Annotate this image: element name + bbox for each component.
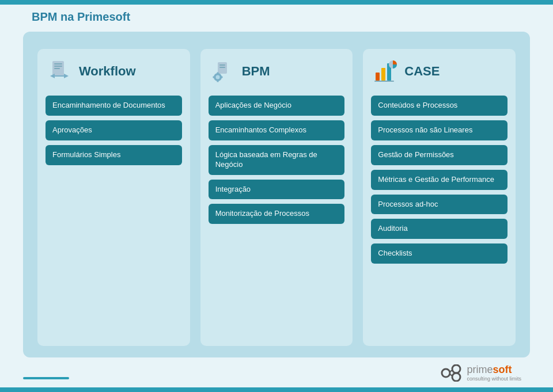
bpm-item-4: Monitorização de Processos xyxy=(209,204,345,224)
primesoft-logo-icon xyxy=(440,364,462,382)
svg-rect-12 xyxy=(217,73,218,74)
bpm-card-header: BPM xyxy=(209,58,345,85)
bpm-icon xyxy=(209,58,236,85)
main-container: Workflow Encaminhamento de Documentos Ap… xyxy=(23,32,530,357)
case-item-5: Auditoria xyxy=(371,219,507,239)
bpm-card: BPM Aplicações de Negócio Encaminhantos … xyxy=(200,49,353,346)
logo-soft: soft xyxy=(493,364,512,375)
case-item-6: Checklists xyxy=(371,243,507,264)
svg-marker-5 xyxy=(64,74,69,78)
workflow-card-header: Workflow xyxy=(46,58,182,85)
bpm-item-0: Aplicações de Negócio xyxy=(209,96,345,116)
case-card-header: CASE xyxy=(371,58,507,85)
logo-area: primesoft consulting without limits xyxy=(440,364,521,382)
cards-row: Workflow Encaminhamento de Documentos Ap… xyxy=(37,49,516,346)
logo-prime: prime xyxy=(467,364,493,375)
svg-rect-8 xyxy=(219,64,225,66)
case-card-title: CASE xyxy=(404,64,440,79)
svg-rect-13 xyxy=(217,81,218,82)
workflow-card-title: Workflow xyxy=(79,64,136,79)
case-item-3: Métricas e Gestão de Performance xyxy=(371,170,507,190)
workflow-item-1: Aprovações xyxy=(46,120,182,140)
case-card: CASE Conteúdos e Processos Processos não… xyxy=(363,49,516,346)
workflow-icon xyxy=(46,58,73,85)
case-item-4: Processos ad-hoc xyxy=(371,195,507,215)
workflow-card: Workflow Encaminhamento de Documentos Ap… xyxy=(37,49,190,346)
bpm-item-2: Lógica baseada em Regras de Negócio xyxy=(209,145,345,175)
workflow-card-items: Encaminhamento de Documentos Aprovações … xyxy=(46,96,182,165)
workflow-item-0: Encaminhamento de Documentos xyxy=(46,96,182,116)
bpm-card-title: BPM xyxy=(242,64,270,79)
svg-rect-6 xyxy=(55,75,64,77)
svg-rect-19 xyxy=(374,81,394,82)
case-card-items: Conteúdos e Processos Processos não são … xyxy=(371,96,507,264)
case-item-0: Conteúdos e Processos xyxy=(371,96,507,116)
svg-point-23 xyxy=(452,373,460,381)
svg-rect-14 xyxy=(213,77,214,78)
svg-rect-1 xyxy=(54,63,62,64)
logo-text-block: primesoft consulting without limits xyxy=(467,364,521,382)
line-deco-left xyxy=(23,377,69,379)
svg-point-21 xyxy=(442,369,450,377)
svg-rect-2 xyxy=(54,66,62,67)
logo-tagline: consulting without limits xyxy=(467,376,521,382)
bottom-bar xyxy=(0,387,553,392)
svg-rect-3 xyxy=(54,68,60,69)
case-icon xyxy=(371,58,399,85)
svg-rect-17 xyxy=(381,68,385,81)
svg-point-22 xyxy=(452,365,460,373)
svg-point-11 xyxy=(215,75,219,79)
bpm-card-items: Aplicações de Negócio Encaminhantos Comp… xyxy=(209,96,345,224)
svg-rect-15 xyxy=(221,77,222,78)
svg-rect-16 xyxy=(376,73,380,81)
svg-rect-9 xyxy=(219,67,225,68)
bpm-item-1: Encaminhantos Complexos xyxy=(209,120,345,140)
top-bar xyxy=(0,0,553,5)
case-item-2: Gestão de Permissões xyxy=(371,145,507,165)
page-title: BPM na Primesoft xyxy=(32,10,130,24)
workflow-item-2: Formulários Simples xyxy=(46,145,182,165)
bpm-item-3: Integração xyxy=(209,180,345,200)
case-item-1: Processos não são Lineares xyxy=(371,120,507,140)
logo-brand: primesoft xyxy=(467,364,521,376)
